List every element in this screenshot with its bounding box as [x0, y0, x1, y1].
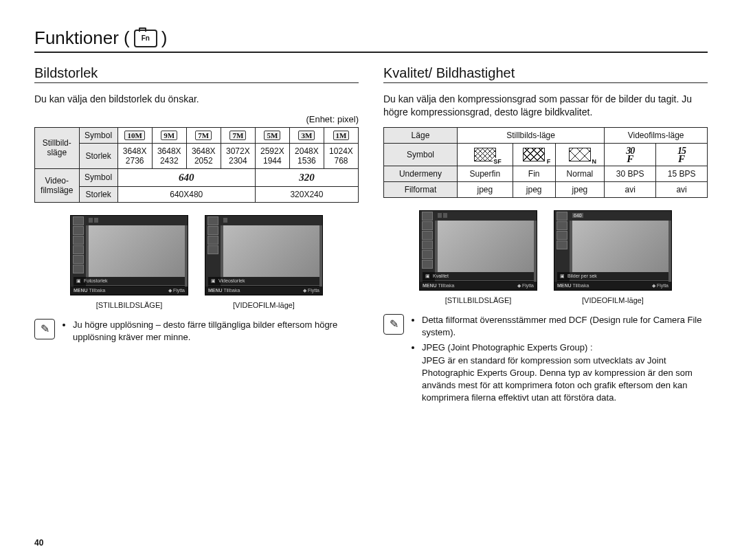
row-symbol-label: Symbol — [384, 143, 458, 166]
format-cell: jpeg — [513, 181, 555, 197]
video-size-icon-320: 320 — [299, 172, 315, 183]
size-icon-10m: 10M — [124, 131, 144, 140]
format-cell: jpeg — [555, 181, 605, 197]
size-cell: 2592X 1944 — [255, 143, 289, 168]
title-text: Funktioner ( — [34, 27, 130, 49]
lcd-caption: [STILLBILDSLÄGE] — [419, 296, 537, 304]
video-size-cell: 320X240 — [255, 186, 358, 202]
video-symbol-cell: 640 — [117, 168, 255, 186]
quality-symbol-cell: SF — [457, 143, 513, 166]
note-block: ✎ Ju högre upplösning – desto färre till… — [34, 319, 359, 346]
quality-symbol-cell: F — [513, 143, 555, 166]
note-text: Detta filformat överensstämmer med DCF (… — [422, 314, 708, 339]
title-close-paren: ) — [161, 27, 168, 49]
lcd-preview-video: ▣Videostorlek 640 640 320 MENU Tillbaka … — [205, 215, 323, 309]
mode-video: Videofilms-läge — [605, 127, 708, 143]
camera-fn-icon: Fn — [134, 30, 157, 47]
submenu-cell: 15 BPS — [656, 166, 708, 181]
lcd-nav-row: MENU Tillbaka ◆ Flytta — [554, 282, 671, 290]
note-icon: ✎ — [34, 319, 55, 339]
format-cell: avi — [605, 181, 656, 197]
framerate-icon-30: 30F — [626, 147, 634, 163]
still-symbol-cell: 10M — [117, 127, 152, 143]
intro-text: Du kan välja den bildstorlek du önskar. — [34, 93, 359, 106]
lcd-caption: [VIDEOFILM-läge] — [554, 296, 672, 304]
lcd-preview-still: ▣Fotostorlek 10M 10M 9M 7M 7M 5M 3M 1M M… — [70, 215, 188, 309]
quality-symbol-cell: 15F — [656, 143, 708, 166]
size-cell: 3648X 2432 — [152, 143, 186, 168]
lcd-caption: [STILLBILDSLÄGE] — [70, 301, 188, 309]
submenu-cell: Fin — [513, 166, 555, 181]
page-title: Funktioner ( Fn ) — [34, 27, 708, 49]
quality-icon-fine: F — [523, 148, 545, 161]
still-symbol-cell: 7M — [221, 127, 255, 143]
size-cell: 3648X 2052 — [186, 143, 221, 168]
section-heading-quality: Kvalitet/ Bildhastighet — [383, 65, 708, 81]
section-rule — [383, 82, 708, 83]
size-icon-1m: 1M — [333, 131, 350, 140]
size-cell: 1024X 768 — [324, 143, 358, 168]
size-cell: 3648X 2736 — [117, 143, 152, 168]
submenu-cell: Superfin — [457, 166, 513, 181]
size-cell: 3072X 2304 — [221, 143, 255, 168]
lcd-nav-row: MENU Tillbaka ◆ Flytta — [420, 282, 537, 290]
intro-text: Du kan välja den kompressionsgrad som pa… — [383, 93, 708, 119]
note-block: ✎ Detta filformat överensstämmer med DCF… — [383, 314, 708, 407]
lcd-menu-bar: ▣Videostorlek — [208, 277, 319, 285]
lcd-menu-bar: ▣Fotostorlek — [74, 277, 185, 285]
note-text: JPEG (Joint Photographic Experts Group) … — [422, 341, 708, 404]
size-icon-9m: 9M — [161, 131, 177, 140]
quality-icon-superfine: SF — [474, 148, 496, 161]
lcd-nav-row: MENU Tillbaka ◆ Flytta — [205, 287, 322, 295]
video-size-cell: 640X480 — [117, 186, 255, 202]
quality-icon-normal: N — [569, 148, 591, 161]
lcd-top-icons: 640 — [570, 211, 671, 221]
video-mode-label: Video- filmsläge — [35, 168, 80, 202]
size-icon-7m-wide: 7M — [195, 131, 212, 140]
note-text: Ju högre upplösning – desto färre tillgä… — [73, 319, 359, 344]
row-size-label: Storlek — [79, 186, 117, 202]
size-cell: 2048X 1536 — [289, 143, 324, 168]
right-column: Kvalitet/ Bildhastighet Du kan välja den… — [383, 65, 708, 407]
lcd-photo-area — [223, 225, 319, 277]
still-symbol-cell: 3M — [289, 127, 324, 143]
row-size-label: Storlek — [79, 143, 117, 168]
title-rule — [34, 52, 708, 53]
lcd-caption: [VIDEOFILM-läge] — [205, 301, 323, 309]
lcd-nav-row: MENU Tillbaka ◆ Flytta — [71, 287, 188, 295]
quality-symbol-cell: N — [555, 143, 605, 166]
size-icon-5m: 5M — [264, 131, 280, 140]
format-cell: avi — [656, 181, 708, 197]
lcd-menu-bar: ▣Bilder per sek — [557, 272, 668, 280]
video-symbol-cell: 320 — [255, 168, 358, 186]
row-mode-label: Läge — [384, 127, 458, 143]
row-format-label: Filformat — [384, 181, 458, 197]
lcd-menu-bar: ▣Kvalitet — [423, 272, 534, 280]
lcd-photo-area — [572, 221, 668, 272]
size-icon-7m: 7M — [229, 131, 246, 140]
mode-still: Stillbilds-läge — [457, 127, 604, 143]
left-column: Bildstorlek Du kan välja den bildstorlek… — [34, 65, 359, 407]
lcd-top-icons — [435, 211, 537, 221]
lcd-top-icons — [221, 216, 322, 225]
lcd-preview-quality-video: 640 ▣Bilder per sek 303015 MENU Tillbaka… — [554, 210, 672, 304]
still-symbol-cell: 9M — [152, 127, 186, 143]
lcd-photo-area — [89, 225, 185, 277]
still-symbol-cell: 5M — [255, 127, 289, 143]
row-symbol-label: Symbol — [79, 127, 117, 143]
quality-symbol-cell: 30F — [605, 143, 656, 166]
video-size-icon-640: 640 — [179, 172, 194, 183]
lcd-photo-area — [438, 221, 534, 272]
image-size-table: Stillbild- släge Symbol 10M 9M 7M 7M 5M … — [34, 127, 359, 203]
unit-label: (Enhet: pixel) — [34, 114, 359, 124]
submenu-cell: 30 BPS — [605, 166, 656, 181]
still-symbol-cell: 1M — [324, 127, 358, 143]
row-submenu-label: Undermeny — [384, 166, 458, 181]
size-icon-3m: 3M — [298, 131, 315, 140]
quality-table: Läge Stillbilds-läge Videofilms-läge Sym… — [383, 127, 708, 198]
section-rule — [34, 82, 359, 83]
note-icon: ✎ — [383, 314, 404, 335]
section-heading-size: Bildstorlek — [34, 65, 359, 81]
submenu-cell: Normal — [555, 166, 605, 181]
framerate-icon-15: 15F — [677, 147, 686, 163]
